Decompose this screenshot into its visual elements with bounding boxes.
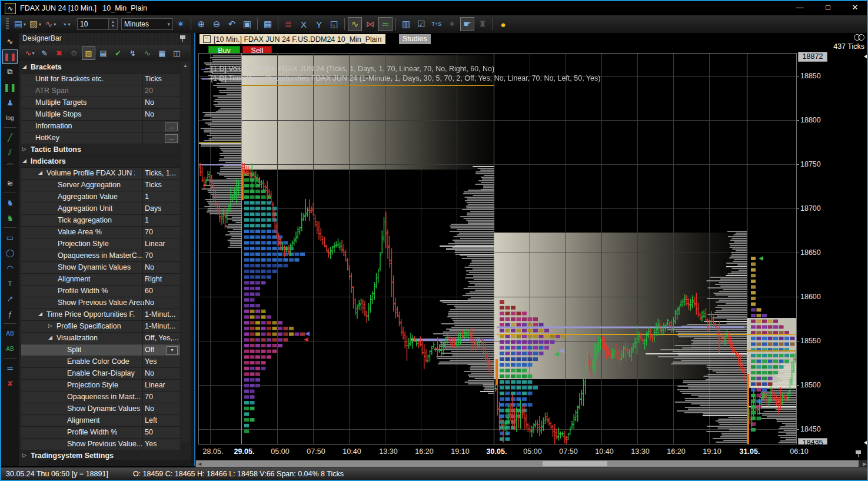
property-row-hotkey[interactable]: HotKey... — [21, 132, 180, 144]
collapse-icon[interactable]: ◢ — [22, 158, 26, 164]
collapse-icon[interactable]: ◢ — [38, 170, 42, 175]
compress-x-button[interactable]: ⋈ — [363, 17, 377, 31]
candlestick-tool[interactable]: ❚❚ — [2, 49, 18, 64]
undo-button[interactable]: ↶ — [225, 17, 239, 31]
collapse-tab-icon[interactable]: − — [203, 35, 211, 43]
arc2-tool[interactable]: ◠ — [2, 261, 18, 275]
delete-button[interactable]: ✖ — [52, 47, 66, 60]
line-chart-tool[interactable]: ∿ — [2, 34, 18, 48]
property-value[interactable]: 1 — [145, 193, 149, 201]
save-button[interactable]: ▤ — [13, 17, 27, 31]
property-row-tactic-buttons[interactable]: ▷Tactic Buttons — [21, 144, 180, 156]
property-row-unit-for-brackets-etc[interactable]: Unit for Brackets etc.Ticks — [21, 74, 180, 85]
hscroll-track[interactable] — [196, 460, 859, 467]
dock-window-button[interactable]: ◫ — [170, 47, 184, 60]
property-value[interactable]: Linear — [145, 381, 165, 389]
dropdown-button[interactable]: ▾ — [167, 346, 178, 355]
axis-pin-icon[interactable] — [856, 450, 861, 454]
property-row-alignment[interactable]: AlignmentRight — [21, 274, 180, 286]
property-row-opaqueness-in-mast[interactable]: Opaqueness in Mast...70 — [21, 392, 180, 403]
rescale-button[interactable]: ◱ — [327, 17, 341, 31]
property-value[interactable]: 70 — [145, 393, 153, 401]
record-button[interactable]: ● — [496, 17, 510, 31]
hscroll-left-arrow[interactable]: ◄ — [197, 461, 202, 467]
apply-check-button[interactable]: ✔ — [111, 47, 125, 60]
brush-button[interactable]: ✎ — [38, 47, 51, 60]
property-row-visualization[interactable]: ◢VisualizationOff, Yes,... — [21, 333, 180, 344]
zoom-out-button[interactable]: ⊖ — [209, 17, 224, 31]
compress-candles-button[interactable]: ≍ — [378, 17, 393, 31]
grid-lines-button[interactable]: ≣ — [281, 17, 295, 31]
print-button[interactable]: ▤ — [97, 47, 110, 60]
property-value[interactable]: Ticks — [145, 75, 162, 83]
hscroll-thumb[interactable] — [543, 461, 607, 466]
studies-button[interactable]: Studies — [399, 34, 431, 44]
property-row-server-aggregation[interactable]: Server AggregationTicks — [21, 180, 180, 191]
traders-group-tool[interactable]: ♟ — [2, 95, 18, 110]
property-value[interactable]: 1-Minut... — [145, 310, 175, 319]
expand-icon[interactable]: ▷ — [48, 323, 52, 329]
multi-lines-tool[interactable]: ≋ — [2, 176, 18, 190]
property-row-enable-color-code[interactable]: Enable Color CodeYes — [21, 356, 180, 368]
property-value[interactable]: 60 — [145, 287, 153, 295]
studies-check-button[interactable]: ☑ — [414, 17, 428, 31]
maximize-button[interactable]: □ — [816, 2, 840, 14]
property-row-multiple-targets[interactable]: Multiple TargetsNo — [21, 97, 180, 109]
property-row-indicators[interactable]: ◢Indicators — [21, 156, 180, 168]
legend-volume-profile[interactable]: — [1 D] Volume Profile FDAX JUN 24 (Tick… — [201, 64, 494, 73]
link-flow-button[interactable]: ↯ — [126, 47, 139, 60]
settings-gear-button[interactable]: ⚙ — [67, 47, 81, 60]
fibonacci-tool[interactable]: ƒ — [2, 307, 18, 321]
property-value[interactable]: Right — [145, 275, 162, 283]
property-value[interactable]: Days — [145, 204, 161, 213]
pin-icon[interactable] — [180, 35, 186, 42]
designer-hscrollbar[interactable] — [38, 460, 197, 466]
property-row-show-dynamic-values[interactable]: Show Dynamic ValuesNo — [21, 403, 180, 415]
property-value[interactable]: 20 — [145, 87, 153, 95]
property-value[interactable]: No — [145, 404, 154, 413]
property-value[interactable]: 50 — [145, 428, 153, 436]
expand-icon[interactable]: ▷ — [22, 452, 26, 458]
x-axis-button[interactable]: X — [297, 17, 311, 31]
property-row-multiple-stops[interactable]: Multiple StopsNo — [21, 109, 180, 121]
interval-input[interactable]: 10 — [77, 18, 109, 30]
property-row-volume-profile-fdax-jun-24[interactable]: ◢Volume Profile FDAX JUN 24Ticks, 1... — [21, 168, 180, 180]
minimize-button[interactable]: — — [788, 2, 812, 14]
apply-period-button[interactable]: ✶ — [174, 17, 188, 31]
toolbar-grip[interactable] — [6, 18, 9, 30]
expand-icon[interactable]: ▷ — [22, 146, 26, 152]
property-row-opaqueness-in-masterc[interactable]: Opaqueness in MasterC...70 — [21, 250, 180, 262]
property-row-information[interactable]: Information... — [21, 121, 180, 132]
unit-select[interactable]: Minutes▾ — [121, 18, 173, 30]
collapse-icon[interactable]: ◢ — [48, 334, 52, 340]
property-value[interactable]: Off, Yes,... — [145, 334, 178, 342]
interval-spinner[interactable]: ▲▼ — [109, 18, 118, 30]
property-value[interactable]: 1-Minut... — [145, 322, 175, 330]
property-value[interactable]: No — [145, 98, 154, 107]
hand-drag-button[interactable]: ☛ — [460, 17, 474, 31]
property-row-atr-span[interactable]: ATR Span20 — [21, 85, 180, 97]
property-value[interactable]: Yes — [145, 440, 157, 448]
property-row-profile-width[interactable]: Profile Width %50 — [21, 427, 180, 439]
arrow-tool[interactable]: ↗ — [2, 291, 18, 306]
property-value[interactable]: 70 — [145, 251, 153, 260]
property-value[interactable]: No — [145, 263, 154, 271]
property-row-tick-aggregation[interactable]: Tick aggregation1 — [21, 215, 180, 227]
property-value[interactable]: Yes — [145, 357, 157, 366]
ellipse-tool[interactable]: ◯ — [2, 246, 18, 260]
log-scale-tool[interactable]: log — [2, 111, 18, 125]
property-value[interactable]: Ticks — [145, 181, 162, 189]
property-value[interactable]: 1 — [145, 216, 149, 224]
zoom-in-button[interactable]: ⊕ — [194, 17, 208, 31]
volume-profile-button[interactable]: ▥ — [399, 17, 413, 31]
property-row-value-area[interactable]: Value Area %70 — [21, 227, 180, 238]
chart-tab[interactable]: − [10 Min.] FDAX JUN 24 F.US.DDM24 10_Mi… — [199, 34, 385, 44]
rectangle-tool[interactable]: ▭ — [2, 230, 18, 244]
hscroll-right-arrow[interactable]: ▶ — [863, 461, 867, 467]
property-row-aggregation-value[interactable]: Aggregation Value1 — [21, 191, 180, 203]
add-indicator-button[interactable]: ∿ — [23, 47, 36, 60]
collapse-icon[interactable]: ◢ — [22, 64, 26, 69]
property-row-show-previous-value[interactable]: Show Previous Value...Yes — [21, 439, 180, 450]
property-row-profile-width[interactable]: Profile Width %60 — [21, 286, 180, 297]
bar-chart-tool[interactable]: ⧉ — [2, 65, 18, 79]
